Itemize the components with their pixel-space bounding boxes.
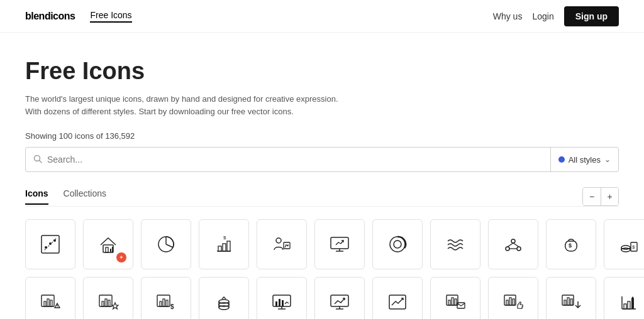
svg-rect-79 [513, 299, 514, 305]
icon-monitor-arrow[interactable] [314, 219, 365, 269]
svg-rect-77 [506, 300, 508, 305]
svg-line-29 [513, 243, 519, 247]
icon-coin-stack[interactable]: $ [604, 219, 644, 269]
svg-rect-82 [567, 298, 569, 305]
icon-linechart-box[interactable] [372, 277, 423, 319]
search-bar: All styles ⌄ [25, 147, 619, 172]
count-text: Showing 100 icons of 136,592 [25, 131, 619, 141]
svg-text:$: $ [632, 244, 635, 250]
svg-rect-72 [448, 300, 450, 305]
icon-monitor-chart[interactable] [257, 277, 307, 319]
style-dot-icon [558, 156, 565, 163]
svg-rect-51 [163, 299, 165, 306]
icon-house-badge[interactable]: + [83, 219, 133, 269]
svg-rect-67 [331, 295, 348, 306]
size-increase-button[interactable]: + [601, 188, 618, 205]
svg-rect-78 [509, 298, 511, 305]
signup-button[interactable]: Sign up [564, 6, 619, 26]
nav-why-us[interactable]: Why us [493, 11, 523, 21]
svg-rect-87 [624, 304, 626, 309]
style-label: All styles [569, 155, 601, 165]
svg-point-27 [517, 247, 521, 251]
svg-rect-88 [628, 301, 630, 309]
size-decrease-button[interactable]: − [583, 188, 601, 205]
main-content: Free Icons The world's largest unique ic… [0, 33, 644, 319]
header: blendicons Free Icons Why us Login Sign … [0, 0, 644, 33]
style-filter[interactable]: All styles ⌄ [550, 148, 611, 171]
svg-marker-48 [112, 303, 118, 309]
icon-bar-grow[interactable] [604, 277, 644, 319]
svg-rect-8 [106, 247, 108, 252]
svg-rect-14 [223, 244, 226, 251]
svg-rect-10 [112, 247, 113, 252]
svg-text:$: $ [223, 235, 226, 241]
tabs-left: Icons Collections [25, 188, 106, 205]
svg-rect-41 [50, 300, 52, 306]
svg-rect-45 [102, 301, 104, 306]
svg-rect-40 [47, 299, 49, 306]
icon-scatter-chart[interactable] [25, 219, 75, 269]
icon-bar-warning[interactable] [25, 277, 75, 319]
svg-point-17 [276, 238, 281, 243]
header-left: blendicons Free Icons [25, 10, 132, 23]
svg-text:$: $ [569, 242, 572, 249]
icon-bar-envelope[interactable] [430, 277, 480, 319]
icon-bar-dollar2[interactable]: $ [141, 277, 191, 319]
search-left [33, 154, 550, 165]
svg-point-25 [511, 239, 515, 243]
icon-bar-star[interactable] [83, 277, 133, 319]
svg-rect-9 [110, 249, 111, 252]
icon-nodes[interactable] [488, 219, 538, 269]
svg-line-1 [40, 160, 42, 163]
icon-monitor-trend[interactable] [314, 277, 365, 319]
svg-rect-73 [452, 298, 453, 305]
search-icon [33, 154, 42, 165]
svg-rect-74 [455, 299, 457, 305]
svg-rect-50 [160, 301, 162, 306]
chevron-down-icon: ⌄ [604, 155, 611, 164]
svg-rect-15 [227, 241, 230, 251]
icon-person-chart[interactable] [257, 219, 307, 269]
icon-bar-thumbs-up[interactable] [488, 277, 538, 319]
logo[interactable]: blendicons [25, 11, 75, 22]
search-input[interactable] [47, 154, 550, 165]
badge: + [116, 252, 126, 262]
svg-rect-83 [570, 299, 572, 305]
subtitle-line2: With dozens of different styles. Start b… [25, 107, 294, 116]
svg-rect-52 [166, 300, 168, 306]
svg-line-28 [508, 243, 513, 247]
icon-bar-dollar[interactable]: $ [199, 219, 249, 269]
nav-free-icons[interactable]: Free Icons [90, 10, 131, 23]
icon-money-bag[interactable]: $ [546, 219, 596, 269]
icon-bar-arrow-down[interactable] [546, 277, 596, 319]
svg-rect-64 [275, 301, 277, 306]
nav-login[interactable]: Login [532, 11, 553, 21]
size-controls: − + [582, 187, 619, 206]
subtitle: The world's largest unique icons, drawn … [25, 93, 340, 119]
icon-grid: + $ [25, 219, 619, 319]
icon-donut-chart[interactable] [372, 219, 423, 269]
tabs-row: Icons Collections − + [25, 187, 619, 207]
svg-point-35 [621, 248, 630, 252]
svg-point-24 [394, 241, 401, 248]
svg-rect-65 [279, 299, 280, 306]
svg-text:$: $ [170, 303, 174, 310]
svg-point-43 [57, 307, 58, 308]
tab-icons[interactable]: Icons [25, 188, 48, 205]
header-right: Why us Login Sign up [493, 6, 619, 26]
svg-rect-81 [564, 300, 566, 305]
svg-point-26 [506, 247, 509, 251]
page-title: Free Icons [25, 58, 619, 85]
svg-rect-13 [218, 246, 221, 251]
subtitle-line1: The world's largest unique icons, drawn … [25, 94, 338, 104]
icon-pie-chart[interactable] [141, 219, 191, 269]
svg-rect-46 [105, 299, 107, 306]
tab-collections[interactable]: Collections [64, 188, 106, 205]
svg-rect-70 [389, 295, 406, 309]
svg-rect-89 [631, 298, 634, 309]
icon-coins-stacked[interactable] [199, 277, 249, 319]
svg-rect-66 [282, 300, 284, 306]
svg-rect-39 [44, 301, 46, 306]
icon-wave-lines[interactable] [430, 219, 480, 269]
svg-rect-47 [108, 300, 110, 306]
